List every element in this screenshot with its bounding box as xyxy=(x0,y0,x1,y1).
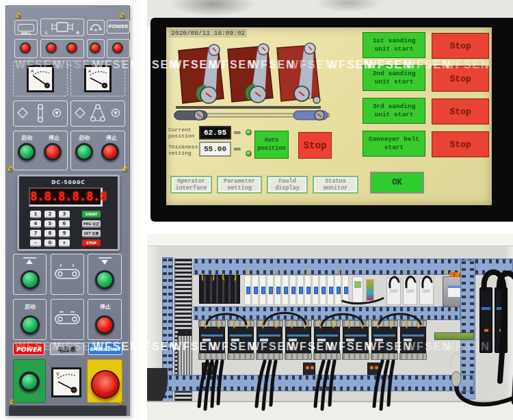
conveyor-start-button[interactable] xyxy=(21,315,40,334)
key-set[interactable]: SET 设置 xyxy=(82,230,101,237)
svg-text:A: A xyxy=(88,68,92,73)
stop-label: 停止 xyxy=(106,135,117,141)
unit1-start-button[interactable] xyxy=(18,143,36,161)
table-down-icon xyxy=(88,254,121,267)
ammeter-unit: A xyxy=(31,68,34,73)
nav-status-monitor[interactable]: Status monitor xyxy=(313,176,358,194)
control-panel: MPa L R POWER xyxy=(5,5,130,416)
conveyor-start-button[interactable]: Conveyer belt start xyxy=(363,131,425,157)
sanding2-start-button[interactable]: 2nd sanding unit start xyxy=(363,65,425,91)
screw-icon xyxy=(8,166,13,172)
key-2[interactable]: 2 xyxy=(44,211,55,218)
start-label: 启动 xyxy=(21,135,32,141)
ammeter-left: A xyxy=(27,65,54,92)
electrical-cabinet-photo xyxy=(147,234,513,420)
power-plate-label: POWER xyxy=(13,343,44,355)
current-position-label: Current position xyxy=(168,127,201,139)
nav-fault-display[interactable]: Fauld display xyxy=(267,176,308,194)
ammeter-right: A xyxy=(84,65,111,92)
unit1-symbol-box xyxy=(13,101,68,127)
start-label: 启动 xyxy=(79,135,90,141)
power-on-button[interactable] xyxy=(19,371,40,392)
ok-button[interactable]: OK xyxy=(370,172,424,194)
start-label: 启动 xyxy=(25,304,36,310)
table-down-button[interactable] xyxy=(95,270,114,289)
emergency-stop-button[interactable] xyxy=(91,370,120,399)
green-led xyxy=(246,129,252,135)
key-prg[interactable]: PRG 设定 xyxy=(82,220,101,228)
sanding-unit1-icons xyxy=(14,101,67,126)
key-7[interactable]: 7 xyxy=(30,230,41,237)
conveyor-icon xyxy=(51,300,83,339)
bell-icon xyxy=(88,21,104,34)
key-3[interactable]: 3 xyxy=(59,211,70,218)
product-collage: MPa L R POWER xyxy=(0,0,513,420)
sanding-unit2-icons xyxy=(71,101,124,126)
red-indicator-lamp xyxy=(66,42,77,53)
unit1-stop-button[interactable] xyxy=(44,143,62,161)
datetime-display: 2020/08/11 16:09:02 xyxy=(169,29,247,38)
display-value: 8.8.8.8.8.8 xyxy=(30,189,101,204)
key-plus[interactable]: + xyxy=(59,239,70,247)
sanding3-stop-button[interactable]: Stop xyxy=(432,99,489,124)
nav-parameter-setting[interactable]: Parameter setting xyxy=(217,176,262,194)
mpa-label: MPa xyxy=(21,31,31,36)
key-stop[interactable]: STOP xyxy=(82,239,101,247)
sanding-units-graphic xyxy=(173,38,332,124)
red-indicator-lamp xyxy=(90,42,101,53)
thickness-setting-label: Thickness setting xyxy=(168,144,201,156)
auto-position-button[interactable]: Auto position xyxy=(254,131,289,159)
machine-right-label: R xyxy=(76,30,79,35)
thickness-setting-value[interactable]: 55.00 xyxy=(199,142,231,157)
red-indicator-lamp xyxy=(46,42,57,53)
conveyor-stop-button[interactable] xyxy=(95,315,114,334)
red-indicator-lamp xyxy=(20,42,31,53)
unit2-stop-button[interactable] xyxy=(101,143,119,161)
sanding1-start-button[interactable]: 1st sanding unit start xyxy=(363,32,425,58)
key-start[interactable]: START xyxy=(82,211,101,218)
sanding3-start-button[interactable]: 3rd sanding unit start xyxy=(363,98,425,124)
panel-bottom-bar xyxy=(9,406,127,416)
position-unit: mm xyxy=(234,129,241,135)
power-label: POWER xyxy=(107,21,129,33)
machine-left-label: L xyxy=(45,30,48,35)
key-4[interactable]: 4 xyxy=(30,220,41,228)
nav-operator-interface[interactable]: Operator interface xyxy=(170,176,212,194)
controller-model: DC-5000C xyxy=(19,179,118,185)
touchscreen-photo: 2020/08/11 16:09:02 xyxy=(140,0,513,227)
key-0[interactable]: 0 xyxy=(44,239,55,247)
sanding1-stop-button[interactable]: Stop xyxy=(432,33,489,59)
seven-segment-display: 8.8.8.8.8.8 xyxy=(29,187,103,207)
conveyor-icon-box xyxy=(51,254,84,295)
voltmeter: V xyxy=(51,367,81,397)
power-box: POWER xyxy=(107,20,130,34)
machine-icon-box: L R xyxy=(40,18,84,36)
stop-label: 停止 xyxy=(49,135,60,141)
current-position-value: 62.95 xyxy=(199,126,231,140)
table-up-icon xyxy=(14,254,46,267)
sanding2-stop-button[interactable]: Stop xyxy=(432,66,489,92)
table-up-button[interactable] xyxy=(21,270,40,289)
key-minus[interactable]: - xyxy=(30,239,41,247)
unit2-start-button[interactable] xyxy=(75,143,93,161)
thickness-unit: mm xyxy=(234,146,241,152)
red-indicator-lamp xyxy=(112,42,123,53)
green-led xyxy=(246,150,252,157)
main-stop-button[interactable]: Stop xyxy=(298,132,332,159)
voltmeter-unit: V xyxy=(56,371,60,377)
voltmeter-plate-label: 电压表 xyxy=(50,343,84,355)
hmi-screen: 2020/08/11 16:09:02 xyxy=(166,27,492,205)
key-1[interactable]: 1 xyxy=(30,211,41,218)
control-panel-photo: MPa L R POWER xyxy=(0,0,140,420)
key-9[interactable]: 9 xyxy=(59,230,70,237)
conveyor-icon xyxy=(51,254,83,294)
cabinet-wiring xyxy=(147,234,513,420)
key-5[interactable]: 5 xyxy=(44,220,55,228)
key-6[interactable]: 6 xyxy=(59,220,70,228)
alarm-bell-box xyxy=(87,20,105,35)
hmi-monitor: 2020/08/11 16:09:02 xyxy=(150,18,513,222)
conveyor-stop-button[interactable]: Stop xyxy=(432,131,489,157)
key-8[interactable]: 8 xyxy=(44,230,55,237)
screw-icon xyxy=(120,13,125,18)
screw-icon xyxy=(16,13,21,18)
